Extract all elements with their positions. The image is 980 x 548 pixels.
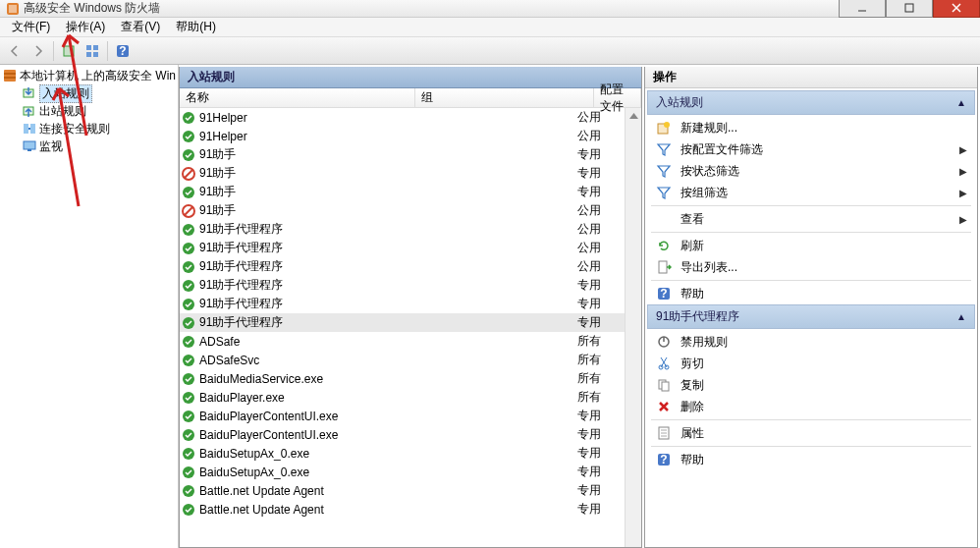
tree-label: 监视 (39, 138, 63, 155)
action-label: 新建规则... (681, 120, 967, 137)
actions-body: 入站规则 ▲ 新建规则...按配置文件筛选▶按状态筛选▶按组筛选▶查看▶刷新导出… (645, 88, 977, 547)
allow-icon (180, 466, 197, 479)
rule-row[interactable]: ADSafe所有 (180, 332, 625, 351)
action-props[interactable]: 属性 (647, 422, 975, 444)
separator (651, 446, 971, 447)
tree-root[interactable]: 本地计算机 上的高级安全 Win (0, 67, 178, 84)
action-new-rule[interactable]: 新建规则... (647, 117, 975, 138)
allow-icon (180, 242, 197, 255)
rules-panel: 入站规则 名称 组 配置文件 91Helper公用91Helper公用91助手专… (179, 67, 642, 548)
column-group[interactable]: 组 (415, 88, 594, 107)
close-button[interactable] (933, 0, 980, 18)
rule-profile: 公用 (577, 240, 625, 256)
rule-row[interactable]: 91助手代理程序公用 (180, 220, 625, 239)
sidebar-item-connsec[interactable]: 连接安全规则 (0, 120, 178, 137)
menu-action[interactable]: 操作(A) (58, 17, 113, 37)
rule-row[interactable]: 91助手专用 (180, 183, 625, 201)
inbound-icon (22, 85, 37, 101)
rule-row[interactable]: 91助手代理程序专用 (180, 276, 625, 295)
rule-row[interactable]: 91助手代理程序公用 (180, 257, 625, 276)
rule-row[interactable]: 91Helper公用 (180, 127, 625, 145)
menu-file[interactable]: 文件(F) (4, 17, 58, 37)
rule-row[interactable]: BaiduPlayerContentUI.exe专用 (180, 425, 625, 444)
menu-view[interactable]: 查看(V) (113, 17, 168, 37)
separator (651, 205, 971, 206)
collapse-icon: ▲ (956, 97, 966, 108)
action-label: 帮助 (681, 286, 967, 302)
rule-name: 91助手代理程序 (197, 277, 415, 294)
action-help2[interactable]: ?帮助 (647, 449, 975, 470)
action-disable[interactable]: 禁用规则 (647, 331, 975, 353)
action-export[interactable]: 导出列表... (647, 256, 975, 278)
copy-icon (655, 377, 673, 393)
rule-row[interactable]: BaiduPlayerContentUI.exe专用 (180, 407, 625, 425)
submenu-arrow-icon: ▶ (959, 166, 967, 177)
action-view[interactable]: 查看▶ (647, 208, 975, 230)
rule-name: 91Helper (197, 130, 415, 143)
rule-profile: 公用 (577, 202, 625, 219)
sidebar-item-inbound[interactable]: 入站规则 (0, 84, 178, 102)
action-filter-state[interactable]: 按状态筛选▶ (647, 160, 975, 182)
rule-row[interactable]: BaiduSetupAx_0.exe专用 (180, 463, 625, 481)
column-profile[interactable]: 配置文件 (594, 88, 641, 107)
rule-row[interactable]: Battle.net Update Agent专用 (180, 481, 625, 500)
action-copy[interactable]: 复制 (647, 374, 975, 396)
rule-row[interactable]: BaiduPlayer.exe所有 (180, 388, 625, 407)
toolbar-help-icon[interactable]: ? (112, 40, 134, 62)
minimize-button[interactable] (839, 0, 886, 18)
sidebar-item-monitor[interactable]: 监视 (0, 137, 178, 155)
rule-profile: 专用 (577, 184, 625, 200)
rule-row[interactable]: 91助手代理程序专用 (180, 313, 625, 332)
allow-icon (180, 391, 197, 405)
menu-help[interactable]: 帮助(H) (168, 17, 224, 37)
actions-header: 操作 (645, 67, 977, 88)
allow-icon (180, 260, 197, 274)
rule-row[interactable]: 91Helper公用 (180, 108, 625, 127)
actions-section-inbound[interactable]: 入站规则 ▲ (647, 90, 975, 115)
action-label: 剪切 (681, 356, 967, 372)
action-filter-profile[interactable]: 按配置文件筛选▶ (647, 138, 975, 160)
rule-row[interactable]: ADSafeSvc所有 (180, 351, 625, 369)
allow-icon (180, 503, 197, 517)
rules-list[interactable]: 91Helper公用91Helper公用91助手专用91助手专用91助手专用91… (180, 108, 625, 547)
maximize-button[interactable] (886, 0, 933, 18)
disable-icon (655, 334, 673, 350)
action-cut[interactable]: 剪切 (647, 353, 975, 374)
column-name[interactable]: 名称 (180, 88, 415, 107)
rule-row[interactable]: 91助手代理程序公用 (180, 239, 625, 257)
rule-name: 91助手代理程序 (197, 240, 415, 256)
svg-line-30 (185, 207, 192, 215)
rule-row[interactable]: 91助手专用 (180, 145, 625, 164)
svg-line-27 (185, 170, 192, 178)
svg-rect-19 (30, 124, 35, 134)
rule-profile: 公用 (577, 258, 625, 275)
toolbar-grid-icon[interactable] (82, 40, 103, 62)
action-delete[interactable]: 删除 (647, 396, 975, 417)
svg-rect-1 (9, 5, 17, 13)
action-label: 导出列表... (681, 259, 967, 276)
filter-icon (655, 163, 673, 179)
scrollbar[interactable] (625, 108, 641, 547)
rule-row[interactable]: Battle.net Update Agent专用 (180, 500, 625, 519)
rule-profile: 专用 (577, 464, 625, 480)
rule-row[interactable]: BaiduSetupAx_0.exe专用 (180, 444, 625, 463)
action-label: 帮助 (681, 452, 967, 468)
action-refresh[interactable]: 刷新 (647, 235, 975, 256)
action-filter-group[interactable]: 按组筛选▶ (647, 182, 975, 203)
filter-icon (655, 185, 673, 200)
back-button[interactable] (4, 40, 26, 62)
rule-row[interactable]: BaiduMediaService.exe所有 (180, 369, 625, 388)
firewall-icon (2, 68, 18, 83)
rule-row[interactable]: 91助手代理程序专用 (180, 295, 625, 313)
rule-row[interactable]: 91助手公用 (180, 201, 625, 220)
svg-rect-15 (4, 77, 16, 79)
sidebar-item-outbound[interactable]: 出站规则 (0, 102, 178, 120)
action-help1[interactable]: ?帮助 (647, 283, 975, 304)
toolbar-add-icon[interactable] (58, 40, 80, 62)
rule-row[interactable]: 91助手专用 (180, 164, 625, 183)
submenu-arrow-icon: ▶ (959, 188, 967, 198)
forward-button[interactable] (27, 40, 49, 62)
rule-name: Battle.net Update Agent (197, 503, 415, 517)
rule-profile: 公用 (577, 109, 625, 126)
actions-section-selected[interactable]: 91助手代理程序 ▲ (647, 304, 975, 329)
